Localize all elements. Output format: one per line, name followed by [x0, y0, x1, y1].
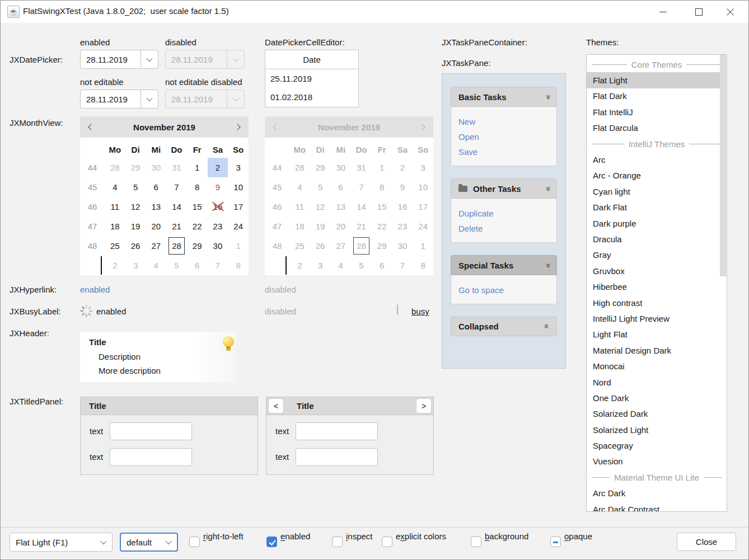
task-link[interactable]: Open — [458, 129, 549, 144]
prev-month-button[interactable] — [80, 125, 102, 129]
close-button[interactable]: Close — [677, 533, 736, 551]
theme-list-item[interactable]: Gruvbox — [587, 263, 727, 279]
calendar-day[interactable]: 21 — [166, 217, 187, 236]
theme-list-item[interactable]: Arc — [587, 152, 727, 167]
calendar-day[interactable]: 5 — [166, 256, 187, 275]
calendar-day[interactable]: 24 — [228, 217, 249, 236]
hyperlink-enabled[interactable]: enabled — [80, 285, 110, 294]
taskpane-group-header[interactable]: Collapsed« — [451, 317, 557, 336]
calendar-day[interactable]: 6 — [146, 177, 166, 197]
calendar-day[interactable]: 17 — [228, 197, 249, 217]
calendar-day[interactable]: 8 — [228, 256, 249, 275]
calendar-day[interactable]: 3 — [228, 158, 249, 177]
calendar-day[interactable]: 2 — [105, 256, 125, 275]
theme-list-item[interactable]: Solarized Dark — [587, 406, 727, 422]
text-input[interactable] — [296, 422, 378, 440]
combo-dropdown-button[interactable] — [160, 534, 177, 550]
explicit-colors-checkbox[interactable] — [382, 537, 392, 547]
theme-list-item[interactable]: Solarized Light — [587, 422, 727, 437]
panel-left-button[interactable]: < — [268, 398, 284, 413]
background-checkbox[interactable] — [471, 537, 481, 547]
table-row[interactable]: 25.11.2019 — [265, 69, 358, 88]
theme-list-item[interactable]: Spacegray — [587, 437, 727, 453]
calendar-day[interactable]: 12 — [125, 197, 146, 217]
calendar-day[interactable]: 29 — [187, 236, 208, 256]
calendar-day[interactable]: 1 — [228, 236, 249, 256]
calendar-day[interactable]: 27 — [146, 236, 166, 256]
calendar-day[interactable]: 19 — [125, 217, 146, 236]
task-link[interactable]: Go to space — [458, 283, 549, 298]
calendar-day[interactable]: 14 — [166, 197, 187, 217]
calendar-day[interactable]: 20 — [146, 217, 166, 236]
theme-list-item[interactable]: Arc Dark Contrast — [587, 501, 727, 512]
calendar-day[interactable]: 28 — [105, 158, 125, 177]
theme-list-item[interactable]: Nord — [587, 374, 727, 390]
combo-dropdown-button[interactable] — [95, 533, 112, 551]
datepicker-dropdown-button[interactable] — [141, 90, 158, 108]
calendar-day[interactable]: 25 — [105, 236, 125, 256]
inspect-checkbox[interactable] — [332, 537, 343, 547]
text-input[interactable] — [110, 448, 192, 466]
theme-list-item[interactable]: Vuesion — [587, 454, 727, 469]
date-column-header[interactable]: Date — [265, 50, 358, 69]
busy-checkbox-label[interactable]: busy — [411, 307, 429, 316]
theme-list-item[interactable]: Flat IntelliJ — [587, 104, 727, 120]
maximize-button[interactable] — [686, 1, 711, 23]
calendar-day[interactable]: 10 — [228, 177, 249, 197]
close-window-button[interactable] — [717, 1, 743, 23]
checkbox-label[interactable]: opaque — [564, 531, 592, 541]
calendar-day[interactable]: 9 — [208, 177, 228, 197]
calendar-day[interactable]: 7 — [166, 177, 187, 197]
calendar-day[interactable]: 16 — [208, 197, 228, 217]
calendar-day[interactable]: 31 — [166, 158, 187, 177]
taskpane-group-header[interactable]: Special Tasks« — [451, 255, 557, 275]
table-row[interactable]: 01.02.2018 — [265, 88, 358, 106]
task-link[interactable]: Delete — [458, 221, 549, 236]
theme-list-item[interactable]: Gray — [587, 247, 727, 263]
calendar-day[interactable]: 18 — [105, 217, 125, 236]
theme-list-item[interactable]: Arc Dark — [587, 486, 727, 501]
calendar-day[interactable]: 8 — [187, 177, 208, 197]
calendar-day[interactable]: 11 — [105, 197, 125, 217]
busy-checkbox[interactable] — [397, 304, 398, 315]
calendar-day[interactable]: 30 — [146, 158, 166, 177]
theme-list-item[interactable]: Light Flat — [587, 327, 727, 342]
calendar-day[interactable]: 28 — [166, 236, 187, 256]
calendar-day[interactable]: 15 — [187, 197, 208, 217]
calendar-day[interactable]: 1 — [187, 158, 208, 177]
calendar-day[interactable]: 22 — [187, 217, 208, 236]
enabled-checkbox[interactable] — [266, 537, 277, 547]
checkbox-label[interactable]: inspect — [346, 531, 373, 541]
calendar-day[interactable]: 23 — [208, 217, 228, 236]
theme-list-item[interactable]: Flat Dark — [587, 88, 727, 104]
calendar-day[interactable]: 29 — [125, 158, 146, 177]
theme-list-item[interactable]: Dark purple — [587, 215, 727, 231]
theme-list-item[interactable]: Arc - Orange — [587, 168, 727, 183]
datepicker-dropdown-button[interactable] — [141, 50, 158, 68]
taskpane-group-header[interactable]: Basic Tasks« — [451, 87, 557, 107]
theme-list-item[interactable]: Flat Darcula — [587, 120, 727, 136]
theme-list-item[interactable]: High contrast — [587, 295, 727, 310]
text-input[interactable] — [110, 422, 192, 440]
calendar-day[interactable]: 13 — [146, 197, 166, 217]
task-link[interactable]: Duplicate — [458, 206, 549, 221]
right-to-left-checkbox[interactable] — [189, 537, 200, 547]
checkbox-label[interactable]: enabled — [280, 531, 310, 541]
calendar-day[interactable]: 5 — [125, 177, 146, 197]
theme-list-item[interactable]: Monocai — [587, 358, 727, 374]
theme-list-item[interactable]: Dracula — [587, 231, 727, 247]
calendar-day[interactable]: 2 — [208, 158, 228, 177]
calendar-day[interactable]: 6 — [187, 256, 208, 275]
minimize-button[interactable] — [650, 1, 676, 23]
datepicker-enabled[interactable]: 28.11.2019 — [80, 50, 158, 69]
task-link[interactable]: Save — [458, 144, 549, 159]
theme-list-item[interactable]: Flat Light — [587, 72, 727, 88]
calendar-day[interactable]: 4 — [105, 177, 125, 197]
theme-list-item[interactable]: Dark Flat — [587, 200, 727, 215]
calendar-day[interactable]: 30 — [208, 236, 228, 256]
theme-combobox[interactable]: Flat Light (F1) — [10, 533, 113, 552]
theme-list-item[interactable]: IntelliJ Light Preview — [587, 310, 727, 326]
calendar-day[interactable]: 4 — [146, 256, 166, 275]
taskpane-group-header[interactable]: Other Tasks« — [451, 178, 557, 199]
opaque-checkbox[interactable] — [550, 537, 561, 547]
